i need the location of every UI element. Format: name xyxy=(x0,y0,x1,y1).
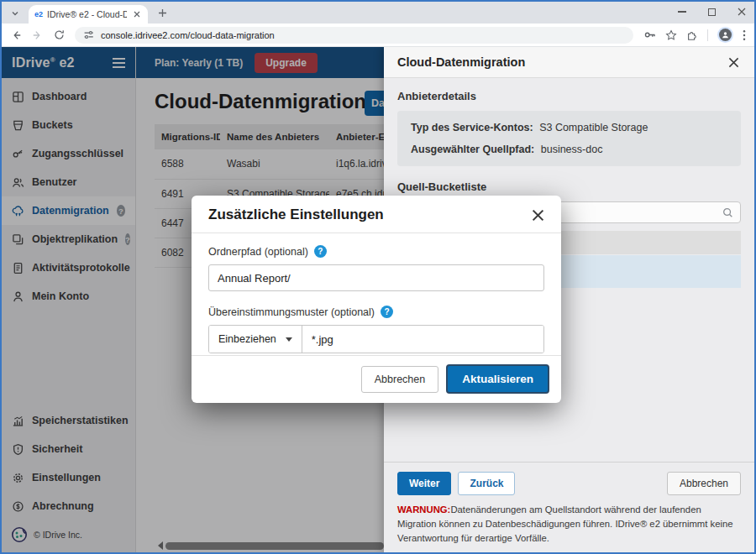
search-icon xyxy=(722,206,733,222)
profile-avatar[interactable] xyxy=(717,27,733,43)
service-account-type: Typ des Service-Kontos: S3 Compatible St… xyxy=(411,122,727,133)
include-exclude-select[interactable]: Einbeziehen xyxy=(209,326,302,353)
maximize-icon[interactable] xyxy=(708,8,716,16)
pattern-input[interactable] xyxy=(302,326,543,353)
browser-menu-kebab-icon[interactable] xyxy=(743,29,746,41)
next-button[interactable]: Weiter xyxy=(397,472,451,495)
forward-icon[interactable] xyxy=(32,29,44,41)
modal-body: Ordnerpfad (optional) ? Übereinstimmungs… xyxy=(192,233,561,355)
provider-details-card: Typ des Service-Kontos: S3 Compatible St… xyxy=(397,111,741,166)
url-field[interactable]: console.idrivee2.com/cloud-data-migratio… xyxy=(75,27,633,44)
back-icon[interactable] xyxy=(10,29,22,41)
browser-tab[interactable]: e2 IDrive® e2 - Cloud-Datenmigra xyxy=(29,5,148,24)
modal-title: Zusätzliche Einstellungen xyxy=(208,206,384,223)
extensions-puzzle-icon[interactable] xyxy=(686,29,698,41)
drawer-footer: Weiter Zurück Abbrechen WARNUNG:Datenänd… xyxy=(384,462,754,552)
modal-header: Zusätzliche Einstellungen xyxy=(192,196,561,233)
avatar-person-icon xyxy=(719,29,732,41)
minimize-icon[interactable] xyxy=(678,11,686,13)
modal-update-button[interactable]: Aktualisieren xyxy=(446,364,549,394)
tab-favicon: e2 xyxy=(34,10,43,18)
modal-cancel-button[interactable]: Abbrechen xyxy=(361,366,438,393)
app-page: IDrive® e2 Dashboard Buckets Zugangsschl… xyxy=(2,47,754,552)
cancel-button[interactable]: Abbrechen xyxy=(667,472,741,495)
drawer-header: Cloud-Datenmigration xyxy=(384,47,754,78)
url-text: console.idrivee2.com/cloud-data-migratio… xyxy=(101,30,275,40)
tab-close-icon[interactable] xyxy=(131,9,142,20)
pattern-combo: Einbeziehen xyxy=(208,325,544,353)
site-settings-icon[interactable] xyxy=(83,29,94,40)
drawer-close-icon[interactable] xyxy=(727,55,741,70)
match-pattern-help-icon[interactable]: ? xyxy=(381,306,393,318)
modal-footer: Abbrechen Aktualisieren xyxy=(192,355,561,403)
new-tab-button[interactable] xyxy=(154,4,171,21)
window-controls xyxy=(678,2,746,22)
divider xyxy=(707,29,708,41)
reload-icon[interactable] xyxy=(54,29,65,40)
folder-path-label: Ordnerpfad (optional) ? xyxy=(208,245,544,258)
tab-strip: e2 IDrive® e2 - Cloud-Datenmigra xyxy=(2,2,754,24)
warning-label: WARNUNG: xyxy=(397,504,450,515)
match-pattern-label: Übereinstimmungsmuster (optional) ? xyxy=(208,306,544,318)
window-close-icon[interactable] xyxy=(738,8,746,16)
provider-details-heading: Anbieterdetails xyxy=(397,90,741,102)
tab-list-chevron-icon[interactable] xyxy=(8,7,22,20)
drawer-footer-buttons: Weiter Zurück Abbrechen xyxy=(397,472,741,495)
tab-title: IDrive® e2 - Cloud-Datenmigra xyxy=(47,9,127,19)
folder-path-input[interactable] xyxy=(208,264,544,291)
back-button[interactable]: Zurück xyxy=(458,472,515,495)
drawer-title: Cloud-Datenmigration xyxy=(397,55,525,69)
folder-path-help-icon[interactable]: ? xyxy=(314,245,327,258)
address-bar-actions xyxy=(643,27,746,43)
browser-window: e2 IDrive® e2 - Cloud-Datenmigra xyxy=(0,0,756,554)
additional-settings-modal: Zusätzliche Einstellungen Ordnerpfad (op… xyxy=(192,196,561,403)
chevron-down-icon xyxy=(286,337,292,342)
selected-source-path: Ausgewählter Quellpfad: business-doc xyxy=(411,144,727,155)
modal-close-icon[interactable] xyxy=(530,207,546,223)
source-bucket-list-heading: Quell-Bucketliste xyxy=(397,180,741,193)
bookmark-star-icon[interactable] xyxy=(665,29,677,41)
address-bar: console.idrivee2.com/cloud-data-migratio… xyxy=(2,24,754,47)
migration-warning: WARNUNG:Datenänderungen am Quellstandort… xyxy=(397,503,741,546)
password-key-icon[interactable] xyxy=(643,29,656,41)
